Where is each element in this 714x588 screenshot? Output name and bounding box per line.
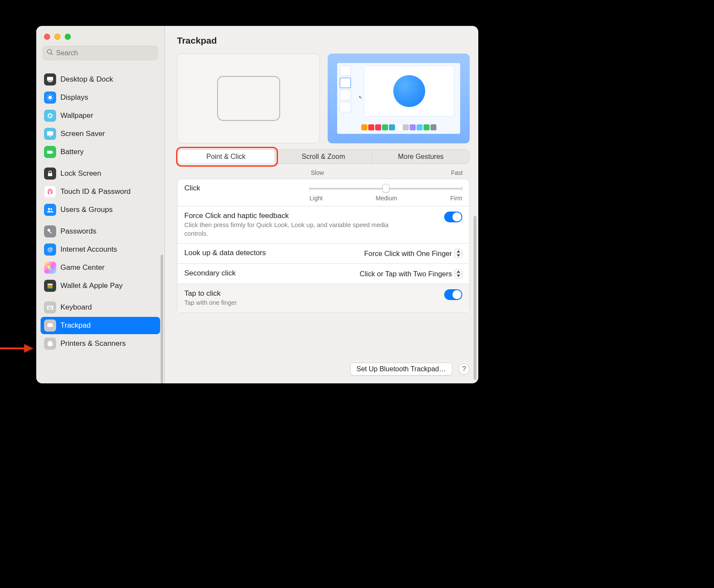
touchid-icon bbox=[44, 186, 56, 198]
sidebar-item-keyboard[interactable]: Keyboard bbox=[41, 299, 160, 316]
content-scrollbar[interactable] bbox=[474, 216, 477, 380]
svg-rect-37 bbox=[48, 308, 52, 309]
gesture-demo-preview: ↖ bbox=[328, 54, 470, 143]
svg-point-12 bbox=[50, 114, 51, 115]
system-settings-window: Desktop & Dock Displays Wallpaper bbox=[36, 26, 478, 383]
tap-to-click-label: Tap to click bbox=[184, 289, 444, 298]
click-light-label: Light bbox=[310, 195, 322, 202]
sidebar-item-label: Lock Screen bbox=[60, 169, 101, 178]
sidebar-scrollbar[interactable] bbox=[161, 255, 163, 383]
tab-point-click[interactable]: Point & Click bbox=[177, 150, 275, 164]
svg-rect-0 bbox=[47, 77, 53, 81]
click-medium-label: Medium bbox=[376, 195, 397, 202]
sidebar-item-label: Internet Accounts bbox=[60, 245, 117, 254]
svg-point-2 bbox=[48, 96, 52, 99]
sidebar-item-battery[interactable]: Battery bbox=[41, 143, 160, 161]
settings-list: Click Light Medium Firm Force Click and … bbox=[177, 179, 470, 313]
search-field[interactable] bbox=[42, 46, 158, 60]
sidebar-item-displays[interactable]: Displays bbox=[41, 89, 160, 106]
keyboard-icon bbox=[44, 301, 56, 313]
close-window-button[interactable] bbox=[44, 34, 50, 40]
lookup-value: Force Click with One Finger bbox=[364, 250, 452, 258]
svg-rect-42 bbox=[48, 345, 52, 346]
svg-rect-19 bbox=[53, 152, 54, 153]
trackpad-outline-icon bbox=[217, 76, 280, 121]
svg-point-21 bbox=[48, 208, 50, 210]
screensaver-icon bbox=[44, 128, 56, 140]
lookup-popup[interactable]: Force Click with One Finger bbox=[364, 249, 462, 258]
sidebar-item-wallet[interactable]: Wallet & Apple Pay bbox=[41, 277, 160, 294]
sidebar-item-screensaver[interactable]: Screen Saver bbox=[41, 125, 160, 142]
tracking-slow-label: Slow bbox=[311, 169, 324, 176]
secondary-click-row: Secondary click Click or Tap with Two Fi… bbox=[177, 263, 469, 284]
cursor-icon: ↖ bbox=[359, 95, 362, 100]
svg-rect-41 bbox=[48, 341, 52, 343]
sidebar-item-label: Displays bbox=[60, 93, 88, 102]
sidebar-item-lockscreen[interactable]: Lock Screen bbox=[41, 165, 160, 182]
sidebar-item-printers[interactable]: Printers & Scanners bbox=[41, 335, 160, 352]
search-icon bbox=[47, 49, 56, 57]
svg-rect-20 bbox=[48, 173, 52, 176]
sidebar-item-internet-accounts[interactable]: @ Internet Accounts bbox=[41, 241, 160, 258]
sidebar-item-touchid[interactable]: Touch ID & Password bbox=[41, 183, 160, 200]
setup-bluetooth-button[interactable]: Set Up Bluetooth Trackpad… bbox=[350, 363, 452, 376]
sidebar-item-label: Touch ID & Password bbox=[60, 187, 131, 196]
svg-line-8 bbox=[52, 99, 53, 100]
sidebar-item-label: Printers & Scanners bbox=[60, 339, 126, 348]
tap-to-click-row: Tap to click Tap with one finger bbox=[177, 284, 469, 313]
gamecenter-icon bbox=[44, 262, 56, 274]
sidebar-item-trackpad[interactable]: Trackpad bbox=[41, 317, 160, 334]
sidebar-item-label: Desktop & Dock bbox=[60, 75, 113, 84]
sidebar-item-label: Screen Saver bbox=[60, 130, 105, 138]
svg-line-9 bbox=[48, 99, 49, 100]
key-icon bbox=[44, 225, 56, 237]
displays-icon bbox=[44, 92, 56, 104]
desktop-dock-icon bbox=[44, 73, 56, 85]
content-pane: Trackpad ↖ Point & Click Scroll & Zoom M… bbox=[165, 26, 478, 383]
secondary-click-label: Secondary click bbox=[184, 269, 360, 278]
footer: Set Up Bluetooth Trackpad… ? bbox=[177, 353, 470, 376]
svg-rect-39 bbox=[47, 327, 53, 328]
battery-icon bbox=[44, 146, 56, 158]
search-input[interactable] bbox=[56, 49, 154, 57]
svg-line-7 bbox=[48, 95, 49, 96]
svg-text:@: @ bbox=[47, 246, 53, 253]
lookup-label: Look up & data detectors bbox=[184, 249, 364, 257]
lock-icon bbox=[44, 168, 56, 180]
svg-point-13 bbox=[51, 115, 52, 117]
sidebar-item-gamecenter[interactable]: Game Center bbox=[41, 259, 160, 276]
click-label: Click bbox=[184, 184, 310, 193]
click-slider-row: Click Light Medium Firm bbox=[177, 179, 469, 206]
tracking-fast-label: Fast bbox=[451, 169, 463, 176]
stepper-icon bbox=[455, 269, 462, 278]
sidebar-item-passwords[interactable]: Passwords bbox=[41, 223, 160, 240]
sidebar-item-wallpaper[interactable]: Wallpaper bbox=[41, 107, 160, 124]
secondary-click-value: Click or Tap with Two Fingers bbox=[360, 270, 452, 278]
sidebar-item-label: Battery bbox=[60, 148, 84, 156]
svg-rect-16 bbox=[47, 131, 53, 136]
sidebar-item-desktop-dock[interactable]: Desktop & Dock bbox=[41, 71, 160, 88]
secondary-click-popup[interactable]: Click or Tap with Two Fingers bbox=[360, 269, 462, 278]
at-icon: @ bbox=[44, 243, 56, 256]
wallet-icon bbox=[44, 280, 56, 292]
svg-rect-29 bbox=[47, 284, 53, 285]
sidebar-item-label: Users & Groups bbox=[60, 205, 113, 214]
tab-more-gestures[interactable]: More Gestures bbox=[372, 150, 469, 164]
sidebar-list[interactable]: Desktop & Dock Displays Wallpaper bbox=[36, 65, 164, 383]
window-controls bbox=[36, 26, 164, 45]
force-click-toggle[interactable] bbox=[444, 212, 462, 222]
lookup-row: Look up & data detectors Force Click wit… bbox=[177, 243, 469, 263]
zoom-window-button[interactable] bbox=[65, 34, 71, 40]
svg-point-15 bbox=[48, 115, 49, 117]
tap-to-click-toggle[interactable] bbox=[444, 289, 462, 300]
sidebar-item-users[interactable]: Users & Groups bbox=[41, 201, 160, 218]
svg-rect-36 bbox=[51, 307, 52, 307]
help-button[interactable]: ? bbox=[458, 364, 470, 375]
svg-point-22 bbox=[51, 209, 52, 210]
svg-rect-35 bbox=[50, 307, 51, 307]
click-slider[interactable] bbox=[310, 183, 462, 193]
tab-scroll-zoom[interactable]: Scroll & Zoom bbox=[275, 150, 372, 164]
minimize-window-button[interactable] bbox=[54, 34, 60, 40]
svg-rect-30 bbox=[47, 285, 53, 287]
svg-rect-1 bbox=[48, 81, 52, 82]
